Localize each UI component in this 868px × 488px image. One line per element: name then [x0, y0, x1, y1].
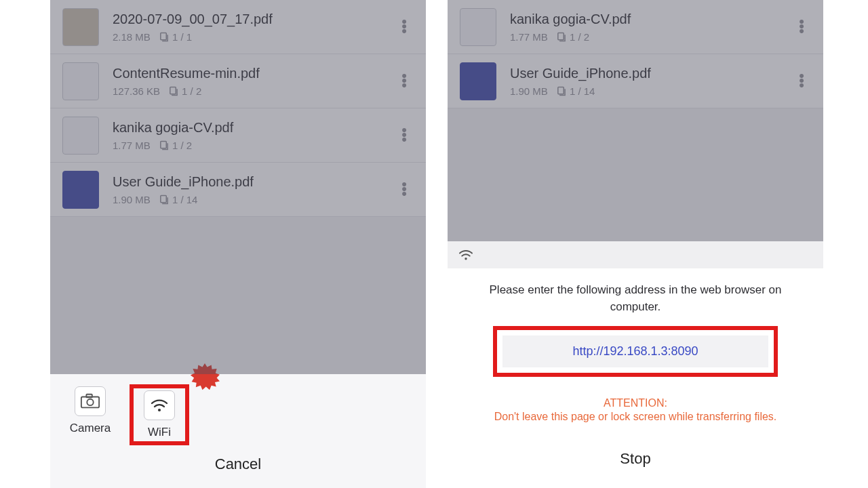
svg-rect-9 [558, 87, 564, 94]
file-meta: User Guide_iPhone.pdf1.90 MB 1 / 14 [510, 66, 792, 97]
svg-point-7 [158, 409, 161, 411]
wifi-option[interactable]: WiFi [136, 390, 183, 439]
left-screenshot: 2020-07-09_00_07_17.pdf2.18 MB 1 / 1•••C… [50, 0, 426, 488]
svg-rect-2 [161, 141, 166, 148]
file-thumbnail [62, 117, 99, 155]
attention-body: Don't leave this page or lock screen whi… [465, 411, 806, 423]
file-name: kanika gogia-CV.pdf [510, 12, 792, 27]
file-list-right: kanika gogia-CV.pdf1.77 MB 1 / 2•••User … [448, 0, 823, 241]
file-pages: 1 / 14 [159, 194, 198, 205]
transfer-url[interactable]: http://192.168.1.3:8090 [502, 336, 768, 367]
file-thumbnail [62, 171, 99, 209]
right-screenshot: kanika gogia-CV.pdf1.77 MB 1 / 2•••User … [448, 0, 823, 488]
wifi-icon [458, 249, 473, 261]
file-size: 1.77 MB [113, 140, 151, 151]
file-thumbnail [62, 62, 99, 100]
file-row[interactable]: kanika gogia-CV.pdf1.77 MB 1 / 2••• [50, 108, 426, 163]
file-row[interactable]: ContentResume-min.pdf127.36 KB 1 / 2••• [50, 54, 426, 108]
wifi-transfer-panel: Please enter the following address in th… [448, 268, 823, 488]
file-name: User Guide_iPhone.pdf [510, 66, 792, 81]
file-row[interactable]: kanika gogia-CV.pdf1.77 MB 1 / 2••• [448, 0, 823, 54]
svg-point-6 [87, 399, 93, 405]
wifi-status-bar [448, 241, 823, 268]
camera-icon [80, 393, 100, 409]
file-list-left: 2020-07-09_00_07_17.pdf2.18 MB 1 / 1•••C… [50, 0, 426, 374]
more-icon[interactable]: ••• [395, 20, 414, 34]
file-size: 2.18 MB [113, 31, 151, 43]
file-meta: User Guide_iPhone.pdf1.90 MB 1 / 14 [113, 174, 395, 205]
file-pages: 1 / 2 [168, 85, 201, 97]
svg-rect-3 [161, 195, 166, 202]
file-row[interactable]: User Guide_iPhone.pdf1.90 MB 1 / 14••• [50, 163, 426, 217]
more-icon[interactable]: ••• [395, 182, 414, 197]
file-meta: ContentResume-min.pdf127.36 KB 1 / 2 [113, 66, 395, 97]
file-size: 1.77 MB [510, 31, 548, 43]
svg-rect-8 [558, 33, 564, 39]
stop-button[interactable]: Stop [465, 441, 806, 477]
svg-rect-1 [170, 87, 176, 94]
file-thumbnail [62, 8, 99, 46]
more-icon[interactable]: ••• [792, 20, 811, 34]
file-thumbnail [460, 8, 496, 46]
wifi-label: WiFi [148, 426, 171, 439]
more-icon[interactable]: ••• [792, 74, 811, 88]
file-name: 2020-07-09_00_07_17.pdf [113, 12, 395, 27]
file-name: ContentResume-min.pdf [113, 66, 395, 81]
svg-rect-5 [86, 394, 92, 398]
svg-rect-0 [161, 33, 166, 39]
file-meta: kanika gogia-CV.pdf1.77 MB 1 / 2 [510, 12, 792, 43]
file-pages: 1 / 1 [159, 31, 192, 43]
file-pages: 1 / 2 [556, 31, 589, 43]
file-pages: 1 / 14 [556, 85, 595, 97]
file-size: 127.36 KB [113, 85, 160, 97]
instruction-text: Please enter the following address in th… [465, 282, 806, 315]
more-icon[interactable]: ••• [395, 128, 414, 142]
camera-option[interactable]: Camera [66, 386, 114, 443]
file-thumbnail [460, 62, 496, 100]
file-row[interactable]: 2020-07-09_00_07_17.pdf2.18 MB 1 / 1••• [50, 0, 426, 54]
cancel-button[interactable]: Cancel [50, 446, 426, 479]
file-size: 1.90 MB [113, 194, 151, 205]
file-size: 1.90 MB [510, 85, 548, 97]
attention-heading: ATTENTION: [465, 397, 806, 409]
file-meta: kanika gogia-CV.pdf1.77 MB 1 / 2 [113, 120, 395, 151]
wifi-icon [151, 398, 168, 413]
wifi-option-highlight: WiFi [132, 386, 187, 443]
file-name: kanika gogia-CV.pdf [113, 120, 395, 136]
file-name: User Guide_iPhone.pdf [113, 174, 395, 190]
camera-label: Camera [70, 422, 111, 435]
more-icon[interactable]: ••• [395, 74, 414, 88]
file-row[interactable]: User Guide_iPhone.pdf1.90 MB 1 / 14••• [448, 54, 823, 108]
action-sheet: Camera WiFi Cancel [50, 374, 426, 488]
url-highlight: http://192.168.1.3:8090 [493, 326, 778, 377]
file-meta: 2020-07-09_00_07_17.pdf2.18 MB 1 / 1 [113, 12, 395, 43]
file-pages: 1 / 2 [159, 140, 192, 151]
svg-point-10 [465, 258, 467, 260]
